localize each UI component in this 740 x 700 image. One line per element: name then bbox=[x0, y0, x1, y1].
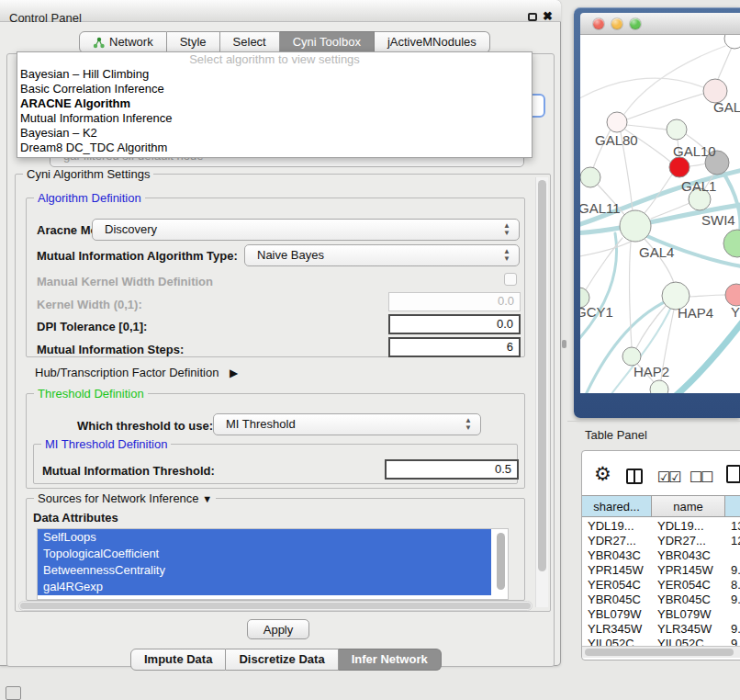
deselect-all-checkboxes-icon[interactable]: ☐☐ bbox=[690, 469, 712, 486]
settings-vertical-scrollbar[interactable] bbox=[535, 177, 548, 607]
network-edge[interactable] bbox=[580, 78, 703, 101]
network-canvas[interactable]: GAL7GAL80GAL10GAL1GAL11SWI4GAL4GCY1HAP4Y… bbox=[580, 35, 740, 393]
zoom-light[interactable] bbox=[630, 18, 641, 29]
screenshot-root: Control Panel ✖ NetworkStyleSelectCyni T… bbox=[0, 0, 740, 700]
table-row[interactable]: YER054CYER054C8. bbox=[582, 578, 740, 593]
table-cell: YDL19... bbox=[588, 519, 634, 534]
which-threshold-select[interactable]: MI Threshold ▲▼ bbox=[213, 413, 481, 435]
table-cell: YDL19... bbox=[657, 519, 704, 534]
network-edge[interactable] bbox=[580, 233, 617, 344]
dropdown-item[interactable]: Mutual Information Inference bbox=[17, 111, 532, 126]
table-row[interactable]: YDL19...YDL19...13 bbox=[582, 519, 740, 534]
mi-algorithm-type-select[interactable]: Naive Bayes ▲▼ bbox=[244, 244, 520, 266]
network-edge[interactable] bbox=[627, 125, 667, 130]
tab-select[interactable]: Select bbox=[220, 31, 280, 53]
table-row[interactable]: YLR345WYLR345W9. bbox=[582, 622, 740, 637]
dropdown-item[interactable]: Bayesian – Hill Climbing bbox=[17, 67, 532, 82]
network-node[interactable] bbox=[725, 284, 740, 306]
table-row[interactable]: YIL052CYIL052C9. bbox=[582, 637, 740, 646]
network-edge[interactable] bbox=[690, 295, 725, 297]
list-scrollbar-thumb[interactable] bbox=[497, 533, 505, 590]
mi-threshold-definition-title: MI Threshold Definition bbox=[41, 437, 171, 451]
dropdown-item[interactable]: Dream8 DC_TDC Algorithm bbox=[17, 141, 532, 155]
node-label: GAL11 bbox=[580, 200, 621, 216]
gear-icon[interactable]: ⚙ bbox=[594, 465, 611, 483]
tab-infer-network[interactable]: Infer Network bbox=[339, 649, 442, 671]
panel-splitter-handle[interactable] bbox=[562, 340, 566, 348]
network-node[interactable] bbox=[620, 210, 651, 242]
network-node[interactable] bbox=[724, 35, 740, 49]
attribute-item[interactable]: SelfLoops bbox=[38, 529, 491, 546]
network-node[interactable] bbox=[607, 112, 627, 132]
table-cell: YER054C bbox=[588, 578, 641, 593]
table-row[interactable]: YDR27...YDR27...12 bbox=[582, 534, 740, 548]
network-edge[interactable] bbox=[629, 242, 632, 347]
network-edge[interactable] bbox=[670, 313, 740, 393]
attribute-item[interactable]: BetweennessCentrality bbox=[38, 562, 491, 579]
tab-label: Style bbox=[180, 31, 207, 53]
attribute-item[interactable]: gal4RGexp bbox=[38, 579, 491, 595]
data-attributes-list[interactable]: SelfLoopsTopologicalCoefficientBetweenne… bbox=[37, 528, 509, 600]
tab-label: jActiveMNodules bbox=[387, 31, 477, 53]
sources-title-text: Sources for Network Inference bbox=[38, 491, 199, 505]
select-all-checkboxes-icon[interactable]: ☑☑ bbox=[657, 469, 680, 486]
close-light[interactable] bbox=[593, 18, 604, 29]
cyni-algorithm-settings-title: Cyni Algorithm Settings bbox=[23, 167, 153, 181]
dpi-tolerance-field[interactable]: 0.0 bbox=[388, 314, 521, 334]
network-graph[interactable]: GAL7GAL80GAL10GAL1GAL11SWI4GAL4GCY1HAP4Y… bbox=[580, 35, 740, 393]
aracne-mode-select[interactable]: Discovery ▲▼ bbox=[92, 219, 520, 241]
network-node[interactable] bbox=[667, 119, 687, 140]
tab-discretize-data[interactable]: Discretize Data bbox=[226, 649, 338, 671]
table-cell: YPR145W bbox=[657, 563, 713, 578]
close-icon[interactable]: ✖ bbox=[543, 9, 553, 23]
kernel-width-field[interactable]: 0.0 bbox=[388, 292, 521, 311]
node-label: GAL1 bbox=[681, 178, 716, 194]
dropdown-item[interactable]: Basic Correlation Inference bbox=[17, 82, 532, 96]
table-row[interactable]: YBR043CYBR043C bbox=[582, 548, 740, 563]
float-window-icon[interactable] bbox=[528, 13, 537, 21]
manual-kernel-width-checkbox[interactable] bbox=[504, 273, 517, 286]
table-row[interactable]: YPR145WYPR145W9. bbox=[582, 563, 740, 578]
dropdown-item[interactable]: ARACNE Algorithm bbox=[17, 96, 532, 111]
hub-definition-toggle[interactable]: Hub/Transcription Factor Definition ▶ bbox=[35, 366, 238, 379]
control-panel-title: Control Panel bbox=[9, 11, 82, 25]
network-node[interactable] bbox=[669, 157, 690, 177]
tab-jactivemnodules[interactable]: jActiveMNodules bbox=[375, 31, 490, 53]
column-header-shared...[interactable]: shared... bbox=[582, 495, 652, 517]
horizontal-scrollbar-thumb[interactable] bbox=[20, 603, 531, 609]
minimize-light[interactable] bbox=[611, 18, 622, 29]
tab-impute-data[interactable]: Impute Data bbox=[130, 649, 226, 671]
column-browser-icon[interactable] bbox=[626, 469, 643, 484]
expanded-arrow-icon[interactable]: ▼ bbox=[202, 493, 212, 504]
table-cell: YBL079W bbox=[657, 607, 712, 622]
which-threshold-label: Which threshold to use: bbox=[77, 419, 213, 433]
network-node[interactable] bbox=[650, 380, 668, 393]
attribute-item[interactable]: TopologicalCoefficient bbox=[38, 546, 491, 562]
network-node[interactable] bbox=[622, 347, 641, 366]
minimized-panel-icon[interactable] bbox=[6, 686, 21, 700]
apply-button[interactable]: Apply bbox=[247, 619, 309, 639]
column-header-cut[interactable] bbox=[725, 495, 740, 517]
table-cell: YLR345W bbox=[657, 622, 712, 637]
tab-style[interactable]: Style bbox=[167, 31, 220, 53]
network-edge[interactable] bbox=[690, 164, 706, 166]
mi-algorithm-type-label: Mutual Information Algorithm Type: bbox=[37, 249, 238, 263]
settings-horizontal-scrollbar[interactable] bbox=[18, 601, 533, 611]
mi-threshold-field[interactable]: 0.5 bbox=[385, 459, 519, 480]
table-horizontal-scrollbar[interactable] bbox=[582, 646, 740, 658]
mi-steps-field[interactable]: 6 bbox=[388, 337, 521, 357]
settings-scrollbar-thumb[interactable] bbox=[538, 180, 546, 571]
dropdown-items: Bayesian – Hill ClimbingBasic Correlatio… bbox=[17, 67, 532, 155]
tab-cyni-toolbox[interactable]: Cyni Toolbox bbox=[280, 31, 375, 53]
table-row[interactable]: YBL079WYBL079W bbox=[582, 607, 740, 622]
column-header-name[interactable]: name bbox=[652, 495, 725, 517]
dropdown-item[interactable]: Bayesian – K2 bbox=[17, 126, 532, 141]
network-window-titlebar[interactable] bbox=[580, 13, 740, 35]
network-node[interactable] bbox=[723, 230, 740, 257]
tab-label: Select bbox=[233, 31, 266, 53]
document-icon[interactable] bbox=[726, 465, 740, 483]
tab-network[interactable]: Network bbox=[79, 31, 167, 53]
table-row[interactable]: YBR045CYBR045C9. bbox=[582, 593, 740, 607]
network-node[interactable] bbox=[580, 167, 600, 187]
table-scrollbar-thumb[interactable] bbox=[585, 649, 734, 656]
